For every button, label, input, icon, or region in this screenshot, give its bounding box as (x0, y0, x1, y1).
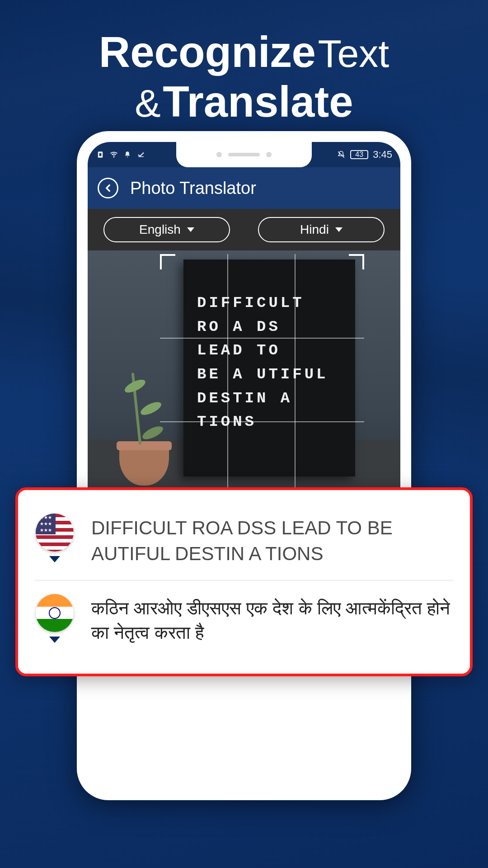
letterboard-text: DIFFICULT RO A DS LEAD TO BE A UTIFUL DE… (183, 259, 355, 434)
flag-us-icon (36, 514, 74, 552)
divider (34, 580, 454, 580)
headline-word-text: Text (318, 32, 389, 75)
chevron-down-icon (49, 556, 60, 562)
bell-icon (123, 150, 132, 159)
target-flag-selector[interactable] (34, 594, 75, 645)
sim-icon (96, 150, 105, 159)
chevron-down-icon (187, 227, 194, 232)
mute-icon (337, 150, 346, 159)
headline-word-translate: Translate (163, 77, 353, 126)
target-result-row: कठिन आरओए डीएसएस एक देश के लिए आत्मकेंद्… (34, 584, 454, 655)
svg-point-2 (113, 157, 114, 158)
language-bar: English Hindi (88, 209, 400, 250)
photo-preview[interactable]: DIFFICULT RO A DS LEAD TO BE A UTIFUL DE… (88, 250, 400, 513)
chevron-down-icon (49, 637, 60, 643)
app-title: Photo Translator (130, 179, 256, 198)
source-flag-selector[interactable] (34, 514, 75, 566)
svg-rect-1 (99, 153, 102, 156)
translated-text: कठिन आरओए डीएसएस एक देश के लिए आत्मकेंद्… (91, 594, 454, 645)
photo-letterboard: DIFFICULT RO A DS LEAD TO BE A UTIFUL DE… (183, 259, 355, 476)
promo-headline: Recognize Text & Translate (0, 0, 488, 127)
source-language-selector[interactable]: English (103, 217, 230, 242)
source-language-label: English (139, 222, 181, 237)
headline-word-amp: & (135, 81, 160, 125)
phone-frame: 43 3:45 Photo Translator English Hindi (77, 131, 411, 800)
photo-plant (131, 373, 142, 445)
battery-level: 43 (350, 150, 368, 159)
recognized-text: DIFFICULT ROA DSS LEAD TO BE AUTIFUL DES… (91, 514, 454, 566)
back-button[interactable] (98, 178, 118, 198)
source-result-row: DIFFICULT ROA DSS LEAD TO BE AUTIFUL DES… (34, 504, 454, 576)
target-language-selector[interactable]: Hindi (258, 217, 385, 242)
clock: 3:45 (373, 149, 392, 160)
phone-screen: 43 3:45 Photo Translator English Hindi (88, 142, 400, 789)
check-icon (136, 150, 145, 159)
flag-in-icon (36, 594, 74, 632)
arrow-left-icon (102, 182, 114, 194)
crop-handle-tl[interactable] (160, 254, 175, 269)
chevron-down-icon (335, 227, 343, 232)
app-header: Photo Translator (88, 167, 400, 209)
wifi-icon (109, 150, 118, 159)
phone-notch (176, 142, 312, 167)
translation-result-card: DIFFICULT ROA DSS LEAD TO BE AUTIFUL DES… (15, 487, 473, 676)
headline-word-recognize: Recognize (99, 28, 316, 76)
target-language-label: Hindi (300, 222, 329, 237)
